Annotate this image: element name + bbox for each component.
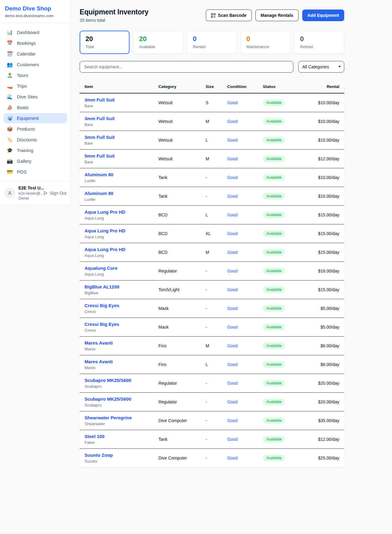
condition-link[interactable]: Good (227, 194, 238, 199)
stat-card[interactable]: 0 Rented (187, 31, 237, 54)
sidebar-nav-item[interactable]: 🗓️ Calendar (4, 49, 67, 59)
condition-link[interactable]: Good (227, 100, 238, 105)
condition-link[interactable]: Good (227, 287, 238, 292)
category-cell: Wetsuit (158, 119, 205, 124)
stat-card[interactable]: 0 Retired (294, 31, 344, 54)
table-row: Aluminum 80 Luxfer Tank - Good Available… (80, 168, 344, 187)
sidebar-nav-item[interactable]: 🏷️ Discounts (4, 135, 67, 145)
condition-link[interactable]: Good (227, 119, 238, 124)
graduation-cap-icon: 🎓 (7, 148, 13, 153)
sign-out-button[interactable]: Sign Out (43, 191, 66, 196)
brand-link[interactable]: Demo Dive Shop (5, 5, 66, 12)
status-badge: Available (263, 249, 285, 256)
category-select[interactable]: All Categories (298, 61, 344, 73)
sidebar-nav-item[interactable]: 📸 Gallery (4, 156, 67, 166)
item-name-link[interactable]: Suunto Zoop (85, 452, 158, 458)
size-cell: S (205, 100, 227, 105)
item-name-link[interactable]: 3mm Full Suit (85, 97, 158, 102)
user-email: e2e-tester@... (18, 191, 40, 196)
sidebar-nav-item[interactable]: 📦 Products (4, 124, 67, 134)
item-name-link[interactable]: Steel 100 (85, 434, 158, 439)
rental-cell: $15.00/day (313, 287, 339, 292)
status-cell: Available (263, 249, 312, 256)
stat-card[interactable]: 0 Maintenance (241, 31, 291, 54)
status-badge: Available (263, 155, 285, 162)
sidebar-nav-item[interactable]: 🏝️ Tours (4, 70, 67, 80)
sidebar-nav-item[interactable]: 📊 Dashboard (4, 27, 67, 37)
status-cell: Available (263, 455, 312, 461)
item-name-link[interactable]: BigBlue AL1200 (85, 284, 158, 289)
sidebar-nav-item[interactable]: 🎓 Training (4, 145, 67, 155)
sidebar: Demo Dive Shop demo.test.divestreams.com… (0, 0, 71, 205)
manage-rentals-button[interactable]: Manage Rentals (255, 10, 299, 21)
sidebar-nav-label: Customers (17, 62, 39, 67)
rental-cell: $15.00/day (313, 250, 339, 255)
sidebar-nav-item[interactable]: 💳 POS (4, 167, 67, 177)
condition-cell: Good (227, 212, 263, 218)
avatar (4, 188, 15, 199)
stat-label: Available (139, 44, 177, 49)
stat-card[interactable]: 20 Available (133, 31, 183, 54)
size-cell: - (205, 194, 227, 199)
status-badge: Available (263, 230, 285, 237)
condition-link[interactable]: Good (227, 325, 238, 330)
sidebar-nav-item[interactable]: 🤿 Equipment (4, 113, 67, 123)
condition-link[interactable]: Good (227, 343, 238, 348)
condition-link[interactable]: Good (227, 250, 238, 255)
sidebar-nav-item[interactable]: 🚤 Trips (4, 81, 67, 91)
condition-link[interactable]: Good (227, 399, 238, 404)
condition-link[interactable]: Good (227, 456, 238, 460)
user-section: E2E Test U... e2e-tester@... Owner Sign … (0, 181, 71, 205)
condition-link[interactable]: Good (227, 437, 238, 442)
item-name-link[interactable]: Aqua Lung Pro HD (85, 209, 158, 215)
size-cell: - (205, 287, 227, 292)
item-name-link[interactable]: Scubapro MK25/S600 (85, 378, 158, 383)
item-name-link[interactable]: 5mm Full Suit (85, 153, 158, 158)
sidebar-nav-item[interactable]: ⛵ Boats (4, 102, 67, 113)
category-cell: Torch/Light (158, 287, 205, 292)
size-cell: L (205, 362, 227, 367)
status-badge: Available (263, 174, 285, 181)
add-equipment-button[interactable]: Add Equipment (302, 10, 344, 21)
condition-link[interactable]: Good (227, 156, 238, 161)
item-name-link[interactable]: Cressi Big Eyes (85, 303, 158, 308)
item-name-link[interactable]: Aluminum 80 (85, 191, 158, 196)
stat-card[interactable]: 20 Total (80, 31, 130, 54)
sidebar-nav-item[interactable]: 🌊 Dive Sites (4, 92, 67, 102)
item-name-link[interactable]: Aqualung Core (85, 265, 158, 271)
shop-domain: demo.test.divestreams.com (5, 13, 66, 18)
sidebar-nav-item[interactable]: 👥 Customers (4, 59, 67, 70)
condition-link[interactable]: Good (227, 306, 238, 311)
item-name-link[interactable]: 3mm Full Suit (85, 116, 158, 121)
table-row: 3mm Full Suit Bare Wetsuit L Good Availa… (80, 131, 344, 150)
item-name-link[interactable]: Shearwater Peregrine (85, 415, 158, 420)
scan-barcode-button[interactable]: Scan Barcode (206, 10, 252, 21)
condition-link[interactable]: Good (227, 212, 238, 217)
item-name-link[interactable]: Aqua Lung Pro HD (85, 247, 158, 252)
condition-link[interactable]: Good (227, 175, 238, 180)
item-name-link[interactable]: Mares Avanti (85, 340, 158, 345)
stat-value: 20 (85, 35, 124, 43)
item-name-link[interactable]: 3mm Full Suit (85, 135, 158, 140)
condition-link[interactable]: Good (227, 269, 238, 273)
search-input[interactable] (80, 61, 293, 73)
condition-link[interactable]: Good (227, 381, 238, 386)
condition-link[interactable]: Good (227, 138, 238, 143)
sidebar-nav-item[interactable]: 📅 Bookings (4, 38, 67, 48)
item-brand: Suunto (85, 459, 158, 463)
rental-cell: $35.00/day (313, 418, 339, 423)
item-name-link[interactable]: Aqua Lung Pro HD (85, 228, 158, 233)
item-name-link[interactable]: Aluminum 80 (85, 172, 158, 177)
category-cell: Mask (158, 325, 205, 330)
condition-link[interactable]: Good (227, 231, 238, 236)
sidebar-nav: 📊 Dashboard 📅 Bookings 🗓️ Calendar 👥 Cus… (0, 23, 71, 181)
condition-link[interactable]: Good (227, 362, 238, 367)
condition-cell: Good (227, 250, 263, 255)
item-name-link[interactable]: Scubapro MK25/S600 (85, 396, 158, 402)
condition-cell: Good (227, 193, 263, 199)
condition-link[interactable]: Good (227, 418, 238, 423)
item-name-link[interactable]: Mares Avanti (85, 359, 158, 364)
status-cell: Available (263, 324, 312, 330)
item-brand: Aqua Lung (85, 253, 158, 258)
item-name-link[interactable]: Cressi Big Eyes (85, 322, 158, 327)
